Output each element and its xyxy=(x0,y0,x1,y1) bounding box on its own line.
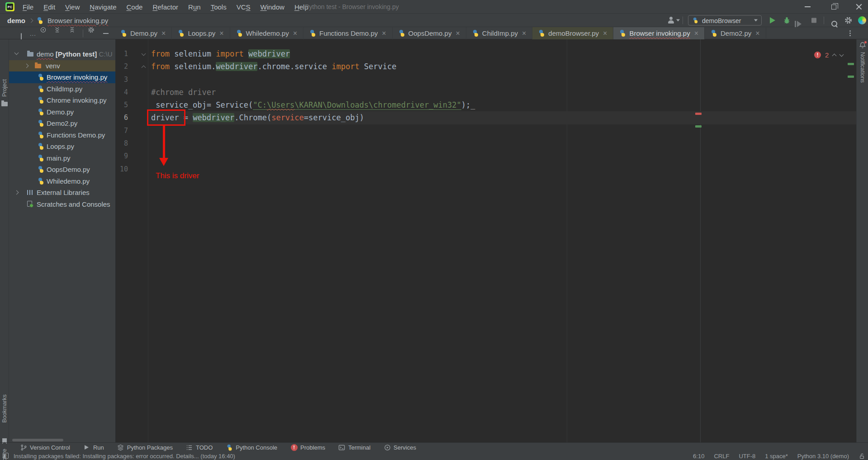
line-number[interactable]: 6 xyxy=(116,111,128,124)
more-icon[interactable]: ... xyxy=(30,30,36,37)
line-number[interactable]: 9 xyxy=(116,150,128,162)
breadcrumb-file[interactable]: Browser invoking.py xyxy=(47,17,108,24)
code-line-8[interactable]: 8 xyxy=(116,137,856,150)
stripe-mark-green[interactable] xyxy=(848,63,854,65)
menu-run[interactable]: Run xyxy=(188,3,201,11)
toolwindow-terminal[interactable]: Terminal xyxy=(338,444,370,451)
line-number[interactable]: 2 xyxy=(116,60,128,73)
code-line-5[interactable]: 5 service_obj= Service("C:\Users\KARAN\D… xyxy=(116,99,856,111)
prev-error-icon[interactable] xyxy=(832,53,837,58)
tab-close-icon[interactable]: × xyxy=(694,30,698,37)
status-item[interactable]: 6:10 xyxy=(693,453,704,460)
tree-item-venv[interactable]: venv xyxy=(9,60,115,72)
stop-button[interactable] xyxy=(811,18,816,23)
maximize-button[interactable] xyxy=(825,0,843,14)
menu-navigate[interactable]: Navigate xyxy=(90,3,116,11)
tree-item-oopsdemo-py[interactable]: OopsDemo.py xyxy=(9,164,115,175)
bookmarks-stripe-button[interactable]: Bookmarks xyxy=(1,394,8,423)
code-editor[interactable]: 1from selenium import webdriver2from sel… xyxy=(116,39,856,442)
locate-file-icon[interactable] xyxy=(40,27,47,33)
code-line-9[interactable]: 9 xyxy=(116,150,856,162)
user-icon[interactable] xyxy=(667,17,675,24)
editor-tab-whiledemo-py[interactable]: Whiledemo.py× xyxy=(230,27,304,39)
chevron-down-icon[interactable] xyxy=(14,51,19,55)
toolwindow-python-console[interactable]: Python Console xyxy=(226,444,277,451)
tab-close-icon[interactable]: × xyxy=(522,30,526,37)
tree-item-chrome-invoking-py[interactable]: Chrome invoking.py xyxy=(9,95,115,106)
code-lines[interactable]: 1from selenium import webdriver2from sel… xyxy=(116,47,856,175)
hide-panel-icon[interactable] xyxy=(103,33,109,34)
settings-gear-icon[interactable] xyxy=(844,17,852,24)
project-folder-icon[interactable] xyxy=(1,102,8,106)
menu-window[interactable]: Window xyxy=(261,3,285,11)
tab-close-icon[interactable]: × xyxy=(382,30,386,37)
tab-close-icon[interactable]: × xyxy=(219,30,223,37)
minimize-button[interactable] xyxy=(798,0,816,14)
run-configuration-select[interactable]: demoBrowser xyxy=(688,15,762,26)
menu-file[interactable]: File xyxy=(23,3,33,11)
notifications-bell-icon[interactable] xyxy=(859,42,866,49)
editor-tab-functions-demo-py[interactable]: Functions Demo.py× xyxy=(304,27,393,39)
code-line-7[interactable]: 7 xyxy=(116,124,856,137)
status-item[interactable]: UTF-8 xyxy=(739,453,755,460)
next-error-icon[interactable] xyxy=(840,52,844,57)
status-item[interactable]: CRLF xyxy=(714,453,729,460)
fold-marker-icon[interactable] xyxy=(142,52,146,56)
tree-item-demo2-py[interactable]: Demo2.py xyxy=(9,118,115,129)
close-button[interactable] xyxy=(850,0,868,14)
tool-window-switcher-icon[interactable] xyxy=(3,453,9,459)
editor-tab-loops-py[interactable]: Loops.py× xyxy=(172,27,230,39)
toolwindow-python-packages[interactable]: Python Packages xyxy=(117,444,173,451)
inspections-widget[interactable]: ! 2 xyxy=(814,50,843,60)
horizontal-scrollbar[interactable] xyxy=(12,439,63,441)
run-button[interactable] xyxy=(770,17,775,24)
toolwindow-run[interactable]: Run xyxy=(83,444,104,451)
editor-tab-oopsdemo-py[interactable]: OopsDemo.py× xyxy=(393,27,466,39)
tree-item-loops-py[interactable]: Loops.py xyxy=(9,141,115,152)
breadcrumb-project[interactable]: demo xyxy=(7,17,25,24)
tree-item-whiledemo-py[interactable]: Whiledemo.py xyxy=(9,175,115,187)
user-dropdown-icon[interactable] xyxy=(676,19,680,22)
menu-code[interactable]: Code xyxy=(127,3,143,11)
tree-item-scratches-and-consoles[interactable]: Scratches and Consoles xyxy=(9,199,115,210)
line-number[interactable]: 1 xyxy=(116,47,128,60)
notifications-stripe-button[interactable]: Notifications xyxy=(859,52,866,83)
tab-close-icon[interactable]: × xyxy=(293,30,297,37)
status-message[interactable]: Installing packages failed: Installing p… xyxy=(14,453,235,460)
expand-all-icon[interactable] xyxy=(54,27,61,33)
editor-tab-childimp-py[interactable]: ChildImp.py× xyxy=(466,27,533,39)
project-stripe-button[interactable]: Project xyxy=(1,79,8,97)
ide-features-icon[interactable] xyxy=(858,16,866,24)
pycharm-logo-icon[interactable]: PC xyxy=(5,2,14,11)
toolwindow-services[interactable]: Services xyxy=(384,444,416,451)
stripe-mark-green[interactable] xyxy=(848,76,854,78)
line-number[interactable]: 8 xyxy=(116,137,128,150)
tree-item-main-py[interactable]: main.py xyxy=(9,152,115,164)
editor-tab-browser-invoking-py[interactable]: Browser invoking.py× xyxy=(613,27,705,39)
tree-item-demo-py[interactable]: Demo.py xyxy=(9,106,115,118)
toolwindow-todo[interactable]: TODO xyxy=(186,444,213,451)
tab-options-kebab-icon[interactable] xyxy=(846,29,854,37)
fold-marker-icon[interactable] xyxy=(142,66,146,70)
options-gear-icon[interactable] xyxy=(88,27,95,33)
menu-refactor[interactable]: Refactor xyxy=(152,3,178,11)
line-number[interactable]: 5 xyxy=(116,99,128,111)
chevron-right-icon[interactable] xyxy=(14,190,19,195)
line-number[interactable]: 4 xyxy=(116,86,128,99)
tab-close-icon[interactable]: × xyxy=(755,30,759,37)
editor-tab-demobrowser-py[interactable]: demoBrowser.py× xyxy=(532,27,613,39)
menu-edit[interactable]: Edit xyxy=(43,3,55,11)
stripe-mark-green[interactable] xyxy=(695,125,702,128)
editor-tab-demo-py[interactable]: Demo.py× xyxy=(114,27,172,39)
code-line-2[interactable]: 2from selenium.webdriver.chrome.service … xyxy=(116,60,856,73)
status-item[interactable]: Python 3.10 (demo) xyxy=(797,453,849,460)
tree-item-demo[interactable]: demo [Python test] C:\U xyxy=(9,48,115,60)
toolwindow-version-control[interactable]: Version Control xyxy=(20,444,70,451)
code-line-6[interactable]: 6driver = webdriver.Chrome(service=servi… xyxy=(116,111,856,124)
status-item[interactable]: 1 space* xyxy=(765,453,788,460)
tree-item-functions-demo-py[interactable]: Functions Demo.py xyxy=(9,129,115,141)
menu-view[interactable]: View xyxy=(65,3,80,11)
tree-item-external-libraries[interactable]: External Libraries xyxy=(9,187,115,199)
tab-close-icon[interactable]: × xyxy=(603,30,607,37)
line-number[interactable]: 10 xyxy=(116,163,128,175)
